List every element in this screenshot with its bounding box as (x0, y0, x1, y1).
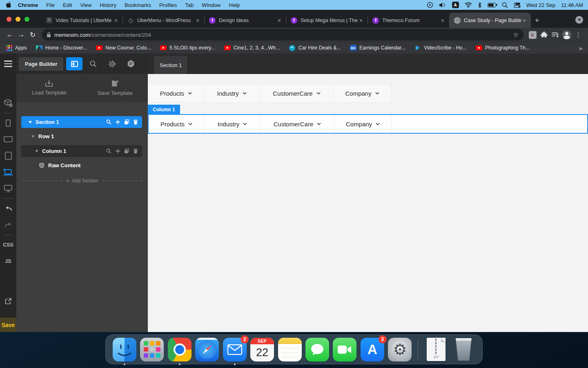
inspect-icon[interactable] (106, 119, 111, 125)
page-builder-menu-button[interactable]: Page Builder (19, 57, 63, 71)
new-tab-button[interactable]: + (531, 13, 543, 28)
laptop-preview-icon-active[interactable] (0, 164, 16, 180)
menu-tab[interactable]: Tab (181, 2, 198, 8)
tab-design-ideas[interactable]: T Design Ideas × (204, 13, 286, 28)
hamburger-menu-icon[interactable] (4, 61, 12, 67)
dock-notes[interactable] (277, 337, 302, 362)
tablet-landscape-preview-icon[interactable] (0, 131, 16, 148)
window-close-button[interactable] (7, 17, 11, 22)
tab-close-icon[interactable]: × (194, 17, 201, 24)
css-editor-button[interactable]: CSS (3, 237, 13, 253)
extension-r-button[interactable]: R (527, 29, 538, 40)
tab-close-icon[interactable]: × (113, 17, 119, 24)
spotlight-icon[interactable] (502, 2, 508, 8)
menubar-time[interactable]: 11:46 AM (561, 2, 583, 8)
reload-button[interactable]: ↻ (27, 29, 38, 40)
trash-icon[interactable] (133, 119, 138, 125)
volume-icon[interactable] (439, 2, 446, 8)
nav-item-customercare[interactable]: CustomerCare (260, 84, 334, 102)
wifi-icon[interactable] (465, 2, 472, 8)
apple-logo-icon[interactable] (6, 2, 11, 8)
save-button[interactable]: Save (0, 318, 16, 332)
tab-search-button[interactable] (575, 16, 583, 24)
menu-view[interactable]: View (76, 2, 96, 8)
menu-profiles[interactable]: Profiles (155, 2, 181, 8)
input-source-icon[interactable]: A (452, 2, 459, 8)
bluetooth-icon[interactable] (478, 2, 482, 8)
dock-messages[interactable] (305, 337, 330, 362)
caret-down-icon[interactable] (31, 135, 35, 138)
save-template-button[interactable]: Save Template (82, 74, 148, 101)
duplicate-icon[interactable] (124, 148, 129, 154)
dock-zip-file[interactable]: ZIP (423, 337, 448, 362)
redo-icon[interactable] (0, 217, 16, 233)
trash-icon[interactable] (133, 148, 138, 154)
nav-item-customercare[interactable]: CustomerCare (261, 115, 334, 133)
window-zoom-button[interactable] (24, 17, 29, 22)
dock-launchpad[interactable] (139, 337, 164, 362)
tablet-portrait-preview-icon[interactable] (0, 148, 16, 164)
forward-button[interactable]: → (16, 29, 27, 40)
nav-item-products[interactable]: Products (148, 84, 204, 102)
dock-app-store[interactable]: 3 A (360, 337, 385, 362)
load-template-button[interactable]: Load Template (16, 74, 82, 101)
export-link-icon[interactable] (0, 293, 16, 310)
gear-icon[interactable] (104, 60, 120, 68)
menu-file[interactable]: File (42, 2, 59, 8)
dock-facetime[interactable] (332, 337, 357, 362)
menu-help[interactable]: Help (225, 2, 244, 8)
add-element-cube-icon[interactable] (0, 95, 16, 111)
tree-node-raw-content[interactable]: Raw Content (16, 159, 148, 171)
menubar-date[interactable]: Wed 22 Sep (526, 2, 555, 8)
tab-case-study-active[interactable]: Case Study - Page Builde × (449, 13, 531, 28)
caret-down-icon[interactable] (29, 121, 32, 123)
add-icon[interactable] (115, 148, 120, 154)
add-section-button[interactable]: +Add Section (22, 177, 142, 184)
extensions-puzzle-icon[interactable] (538, 29, 550, 40)
profile-avatar[interactable] (561, 29, 572, 40)
inspect-icon[interactable] (106, 148, 111, 154)
media-playlist-icon[interactable] (550, 29, 561, 40)
nav-item-company[interactable]: Company (334, 115, 392, 133)
caret-down-icon[interactable] (35, 150, 38, 153)
desktop-preview-icon[interactable] (0, 180, 16, 197)
phone-preview-icon[interactable] (0, 115, 16, 131)
nav-item-products[interactable]: Products (149, 115, 205, 133)
playback-icon[interactable] (427, 2, 433, 8)
tab-setup-mega-menus[interactable]: T Setup Mega Menus | The × (286, 13, 368, 28)
window-minimize-button[interactable] (16, 17, 20, 22)
tab-close-icon[interactable]: × (358, 17, 364, 24)
tab-video-tutorials[interactable]: Video Tutorials | UberMe × (41, 13, 122, 28)
undo-icon[interactable] (0, 200, 16, 217)
bookmark-star-icon[interactable]: ☆ (513, 31, 519, 38)
tree-node-column-1[interactable]: Column 1 (21, 145, 142, 157)
bookmark-videoscribe[interactable]: VideoScribe - Ho... (414, 45, 467, 51)
bookmark-cine[interactable]: Cine1, 2, 3, 4...Wh... (224, 45, 280, 51)
nav-item-industry[interactable]: Industry (205, 115, 261, 133)
bookmark-home-discover[interactable]: Home - Discover... (36, 45, 87, 51)
battery-icon[interactable] (488, 3, 496, 7)
dock-chrome[interactable] (167, 337, 192, 362)
dock-system-preferences[interactable]: ⚙ (388, 337, 412, 362)
tree-node-section-1[interactable]: Section 1 (21, 116, 142, 128)
dock-trash[interactable] (451, 337, 476, 362)
dock-safari[interactable] (194, 337, 219, 362)
menu-bookmarks[interactable]: Bookmarks (120, 2, 155, 8)
dock-finder[interactable] (112, 337, 137, 362)
bookmarks-overflow-icon[interactable]: » (579, 45, 582, 52)
themeco-hexagon-icon[interactable] (122, 60, 139, 68)
selected-column-outline[interactable]: Products Industry CustomerCare Company (148, 114, 588, 134)
tree-node-row-1[interactable]: Row 1 (16, 130, 148, 142)
chrome-menu-icon[interactable]: ⋮ (572, 29, 584, 40)
bookmark-apps[interactable]: Apps (6, 45, 27, 51)
layout-toggle-button[interactable] (66, 57, 82, 70)
tab-ubermenu-wordpress[interactable]: ◇ UberMenu - WordPress × (122, 13, 204, 28)
back-button[interactable]: ← (4, 29, 16, 40)
dock-mail[interactable]: 2 (222, 337, 247, 362)
tab-themeco-forum[interactable]: T Themeco Forum × (368, 13, 449, 28)
nav-item-industry[interactable]: Industry (204, 84, 260, 102)
duplicate-icon[interactable] (124, 119, 129, 125)
bookmark-photographing[interactable]: Photographing Th... (476, 45, 530, 51)
dock-calendar[interactable]: SEP 22 (249, 337, 274, 362)
bookmark-earnings-calendar[interactable]: IBD Earnings Calendar... (350, 45, 405, 51)
